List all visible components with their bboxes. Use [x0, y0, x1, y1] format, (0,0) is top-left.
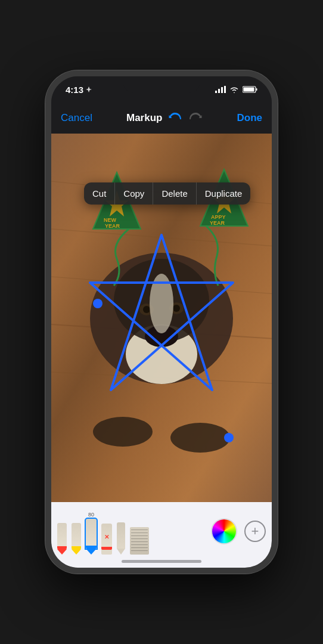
svg-rect-6 — [244, 88, 254, 92]
svg-rect-2 — [221, 87, 223, 93]
svg-point-19 — [143, 306, 150, 313]
battery-icon — [243, 86, 257, 93]
signal-icon — [215, 86, 226, 93]
cancel-button[interactable]: Cancel — [61, 112, 92, 124]
svg-point-35 — [224, 433, 234, 442]
yellow-marker-band — [72, 546, 81, 549]
red-marker-body — [57, 523, 67, 549]
svg-text:YEAR: YEAR — [210, 220, 225, 226]
wifi-icon — [229, 86, 239, 93]
location-icon — [86, 86, 92, 92]
svg-text:YEAR: YEAR — [105, 223, 120, 229]
svg-point-20 — [173, 305, 180, 312]
blue-marker-body — [86, 519, 97, 549]
ruler-line-2 — [131, 532, 148, 533]
color-wheel-button[interactable] — [212, 519, 236, 543]
eraser-body: ✕ — [101, 524, 112, 550]
status-icons — [215, 86, 257, 93]
blue-marker-size-label: 80 — [88, 512, 94, 518]
undo-button[interactable] — [168, 110, 182, 126]
eraser-tool[interactable]: ✕ — [101, 524, 112, 555]
ruler-body — [130, 527, 149, 555]
ruler-tool[interactable] — [130, 527, 149, 555]
blue-marker-tool[interactable]: 80 — [86, 510, 97, 555]
ruler-line-6 — [131, 544, 148, 545]
blue-marker-band — [86, 546, 97, 549]
yellow-marker-body — [72, 523, 81, 549]
ruler-line-8 — [131, 550, 148, 551]
home-indicator[interactable] — [122, 560, 201, 563]
color-add-group: + — [206, 513, 266, 543]
pencil-tip — [117, 549, 125, 555]
toolbar-title-group: Markup — [126, 110, 203, 126]
yellow-marker-tip — [72, 549, 81, 555]
eraser-x-icon: ✕ — [104, 534, 109, 540]
redo-button[interactable] — [188, 110, 203, 126]
plus-icon: + — [251, 525, 259, 538]
svg-point-23 — [170, 423, 230, 453]
svg-rect-0 — [215, 91, 217, 93]
time-display: 4:13 — [66, 85, 83, 95]
pencil-tool[interactable] — [117, 522, 125, 555]
tools-row: 80 ✕ — [51, 502, 272, 555]
ruler-line-3 — [131, 535, 148, 536]
phone-body: 4:13 — [45, 70, 278, 574]
svg-text:NEW: NEW — [104, 217, 117, 223]
context-duplicate-button[interactable]: Duplicate — [196, 182, 251, 205]
drawing-tools: 80 ✕ — [57, 502, 149, 555]
markup-toolbar: Cancel Markup Done — [51, 103, 272, 134]
toolbar-title: Markup — [126, 112, 162, 124]
ruler-line-5 — [131, 541, 148, 542]
status-time: 4:13 — [66, 85, 92, 95]
eraser-bottom — [101, 550, 112, 555]
done-button[interactable]: Done — [237, 112, 262, 124]
add-tool-button[interactable]: + — [244, 521, 266, 542]
svg-rect-3 — [224, 86, 226, 93]
svg-rect-1 — [218, 89, 220, 93]
image-area[interactable]: NEW YEAR APPY YEAR — [51, 134, 272, 502]
context-menu: Cut Copy Delete Duplicate — [84, 182, 250, 205]
yellow-marker-tool[interactable] — [72, 523, 81, 555]
svg-text:APPY: APPY — [211, 214, 226, 220]
ruler-line-7 — [131, 547, 148, 548]
context-delete-button[interactable]: Delete — [153, 182, 195, 205]
ruler-line-1 — [131, 530, 148, 530]
red-marker-band — [57, 546, 67, 549]
phone-frame: 4:13 — [0, 0, 323, 644]
ruler-line-4 — [131, 538, 148, 539]
svg-point-34 — [93, 299, 103, 308]
blue-marker-tip — [86, 549, 97, 555]
context-copy-button[interactable]: Copy — [114, 182, 153, 205]
context-cut-button[interactable]: Cut — [84, 182, 114, 205]
notch — [123, 76, 200, 93]
red-marker-tip — [57, 549, 67, 555]
svg-rect-5 — [256, 88, 257, 91]
pencil-body — [117, 522, 125, 549]
bottom-toolbar: 80 ✕ — [51, 502, 272, 568]
svg-point-22 — [93, 417, 153, 447]
red-marker-tool[interactable] — [57, 523, 67, 555]
eraser-band — [101, 547, 112, 550]
